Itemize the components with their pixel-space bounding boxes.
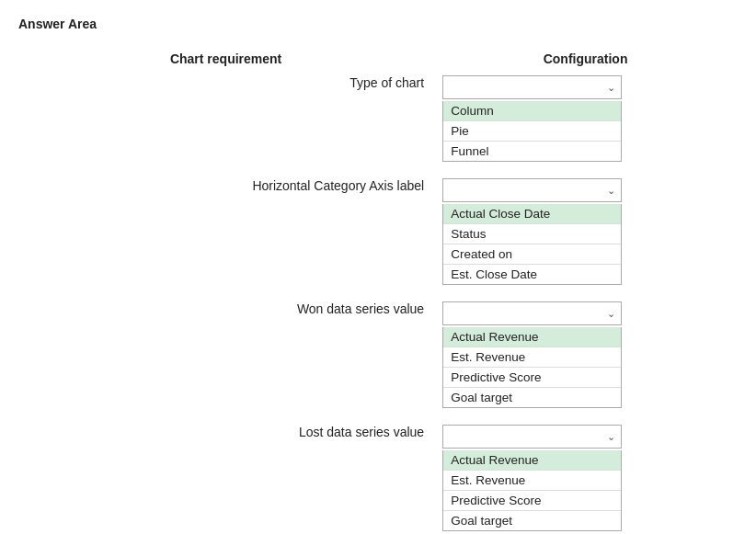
- config-cell-3: ⌄Actual RevenueEst. RevenuePredictive Sc…: [433, 425, 738, 534]
- chevron-down-icon: ⌄: [607, 431, 615, 443]
- chart-requirement-header: Chart requirement: [18, 48, 433, 75]
- row-label-0: Type of chart: [18, 75, 433, 178]
- config-cell-1: ⌄Actual Close DateStatusCreated onEst. C…: [433, 178, 738, 301]
- configuration-header: Configuration: [433, 48, 738, 75]
- option-item[interactable]: Created on: [443, 244, 621, 265]
- dropdown-2[interactable]: ⌄: [442, 301, 622, 325]
- row-label-1: Horizontal Category Axis label: [18, 178, 433, 301]
- option-item[interactable]: Column: [443, 101, 621, 121]
- option-item[interactable]: Est. Close Date: [443, 265, 621, 284]
- option-list-3: Actual RevenueEst. RevenuePredictive Sco…: [442, 450, 622, 531]
- chevron-down-icon: ⌄: [607, 82, 615, 94]
- option-item[interactable]: Actual Revenue: [443, 450, 621, 471]
- config-cell-2: ⌄Actual RevenueEst. RevenuePredictive Sc…: [433, 301, 738, 425]
- config-cell-0: ⌄ColumnPieFunnel: [433, 75, 738, 178]
- table-row: Lost data series value⌄Actual RevenueEst…: [18, 425, 738, 534]
- option-item[interactable]: Est. Revenue: [443, 347, 621, 368]
- table-row: Won data series value⌄Actual RevenueEst.…: [18, 301, 738, 425]
- row-label-3: Lost data series value: [18, 425, 433, 534]
- option-list-0: ColumnPieFunnel: [442, 101, 622, 162]
- table-row: Type of chart⌄ColumnPieFunnel: [18, 75, 738, 178]
- chevron-down-icon: ⌄: [607, 308, 615, 320]
- option-item[interactable]: Predictive Score: [443, 368, 621, 388]
- table-row: Horizontal Category Axis label⌄Actual Cl…: [18, 178, 738, 301]
- dropdown-0[interactable]: ⌄: [442, 75, 622, 99]
- chevron-down-icon: ⌄: [607, 185, 615, 197]
- dropdown-1[interactable]: ⌄: [442, 178, 622, 202]
- option-list-2: Actual RevenueEst. RevenuePredictive Sco…: [442, 327, 622, 408]
- option-item[interactable]: Actual Revenue: [443, 327, 621, 347]
- option-item[interactable]: Pie: [443, 121, 621, 142]
- option-item[interactable]: Funnel: [443, 142, 621, 161]
- option-item[interactable]: Goal target: [443, 511, 621, 530]
- header-row: Chart requirement Configuration: [18, 48, 738, 75]
- option-item[interactable]: Goal target: [443, 388, 621, 407]
- option-item[interactable]: Est. Revenue: [443, 471, 621, 491]
- option-list-1: Actual Close DateStatusCreated onEst. Cl…: [442, 204, 622, 285]
- row-label-2: Won data series value: [18, 301, 433, 425]
- option-item[interactable]: Status: [443, 224, 621, 244]
- answer-area-title: Answer Area: [18, 17, 738, 31]
- dropdown-3[interactable]: ⌄: [442, 425, 622, 449]
- answer-area: Answer Area Chart requirement Configurat…: [0, 0, 756, 534]
- option-item[interactable]: Actual Close Date: [443, 204, 621, 224]
- option-item[interactable]: Predictive Score: [443, 491, 621, 511]
- main-table: Chart requirement Configuration Type of …: [18, 48, 738, 534]
